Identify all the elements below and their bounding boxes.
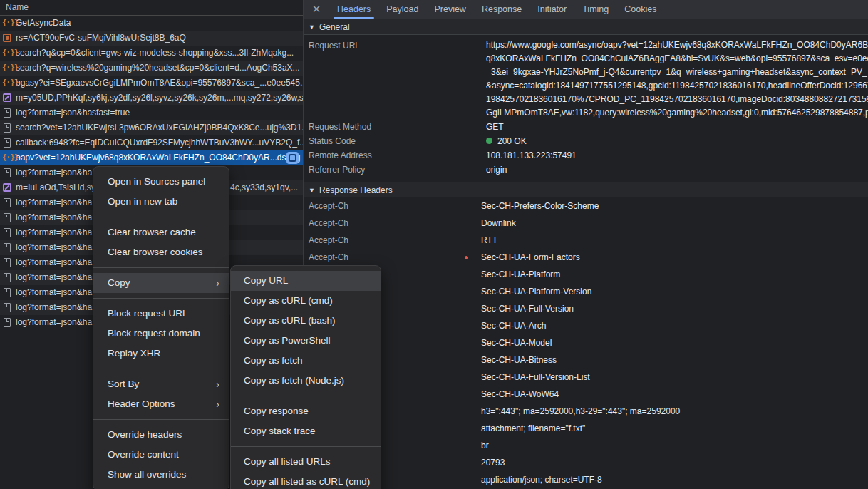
tab-cookies[interactable]: Cookies <box>616 0 664 19</box>
header-name: Accept-Ch <box>304 249 481 266</box>
header-value: Sec-CH-UA-Arch <box>481 317 546 334</box>
name-column-header[interactable]: Name <box>0 0 303 16</box>
doc-request-icon <box>4 108 11 118</box>
menu-item-header-options[interactable]: Header Options› <box>93 394 229 414</box>
network-request-row[interactable]: oapv?vet=12ahUKEwjv68q8xKORAxWaLFkFHZn_O… <box>0 150 303 165</box>
menu-item-copy[interactable]: Copy› <box>93 273 229 293</box>
devtools-network-panel: Name GetAsyncDatars=ACT90oFvC-suFMqiVihl… <box>0 0 868 489</box>
menu-separator <box>93 217 229 217</box>
tab-response[interactable]: Response <box>474 0 529 19</box>
field-value: 200 OK <box>486 134 527 148</box>
fetch-request-icon <box>2 153 19 162</box>
request-name: rs=ACT90oFvC-suFMqiVihl8wUrSejt8B_6aQ <box>16 33 186 43</box>
response-header-row: Sec-CH-UA-Bitness <box>304 351 868 369</box>
tab-initiator[interactable]: Initiator <box>529 0 574 19</box>
request-name-fragment: 4c,sy33d,sy1qv,... <box>230 180 298 195</box>
network-request-row[interactable]: search?vet=12ahUKEwjrsL3pw6ORAxUxEGIAHZj… <box>0 120 303 135</box>
menu-item-block-request-url[interactable]: Block request URL <box>93 304 229 324</box>
response-header-row: Sec-CH-UA-Platform-Version <box>304 283 868 300</box>
menu-item-copy-as-curl-bash[interactable]: Copy as cURL (bash) <box>231 311 381 331</box>
request-action-badge-icon[interactable] <box>286 152 299 164</box>
menu-item-copy-response[interactable]: Copy response <box>231 401 381 421</box>
request-name: log?format=json&ha <box>16 168 92 177</box>
response-header-row: Accept-ChRTT <box>304 232 868 249</box>
status-ok-dot-icon <box>486 138 492 144</box>
doc-request-icon <box>4 288 11 297</box>
network-request-row[interactable]: callback:6948?fc=EqIDCuICQUxrdF92SFMycjh… <box>0 135 303 150</box>
tab-headers[interactable]: Headers <box>329 0 378 19</box>
header-value: h3=":443"; ma=2592000,h3-29=":443"; ma=2… <box>481 403 680 420</box>
menu-item-open-in-new-tab[interactable]: Open in new tab <box>93 192 229 212</box>
request-url-line: GgiLMPmOmT8AE,vw:1182,query:wireless%20g… <box>486 106 868 120</box>
request-url-line: 1984257021836016170%7CPROD_PC_1198425702… <box>486 93 868 106</box>
close-icon[interactable]: ✕ <box>304 0 329 19</box>
header-value: Sec-CH-UA-Platform-Version <box>481 283 591 300</box>
menu-separator <box>93 369 229 369</box>
general-field-row: Request URLhttps://www.google.com/async/… <box>309 38 868 120</box>
response-header-row: Sec-CH-UA-Platform <box>304 266 868 283</box>
script-request-icon <box>3 183 11 192</box>
menu-item-copy-as-fetch-node-js[interactable]: Copy as fetch (Node.js) <box>231 371 381 391</box>
request-name: callback:6948?fc=EqIDCuICQUxrdF92SFMycjh… <box>16 138 303 148</box>
request-name: search?vet=12ahUKEwjrsL3pw6ORAxUxEGIAHZj… <box>16 123 303 133</box>
response-header-row: Sec-CH-UA-Arch <box>304 317 868 334</box>
network-request-row[interactable]: log?format=json&hasfast=true <box>0 105 303 120</box>
request-name: log?format=json&ha <box>16 317 92 327</box>
general-section-header[interactable]: ▼General <box>304 19 868 35</box>
disclosure-triangle-icon: ▼ <box>309 182 315 198</box>
menu-item-override-content[interactable]: Override content <box>93 445 229 465</box>
menu-item-clear-browser-cache[interactable]: Clear browser cache <box>93 222 229 242</box>
menu-item-block-request-domain[interactable]: Block request domain <box>93 324 229 344</box>
menu-item-open-in-sources-panel[interactable]: Open in Sources panel <box>93 172 229 192</box>
doc-request-icon <box>4 318 11 327</box>
response-headers-section-header[interactable]: ▼Response Headers <box>304 182 868 197</box>
menu-item-clear-browser-cookies[interactable]: Clear browser cookies <box>93 242 229 262</box>
field-label: Request Method <box>309 120 486 134</box>
menu-item-sort-by[interactable]: Sort By› <box>93 374 229 394</box>
menu-item-copy-as-fetch[interactable]: Copy as fetch <box>231 351 381 371</box>
chevron-right-icon: › <box>216 273 219 293</box>
network-request-row[interactable]: m=y05UD,PPhKqf,sy6kj,sy2df,sy26l,syvz,sy… <box>0 91 303 105</box>
header-value: Downlink <box>481 215 516 232</box>
request-name: log?format=json&ha <box>16 212 92 222</box>
request-name: log?format=json&ha <box>16 287 92 297</box>
response-header-row: Sec-CH-UA-WoW64 <box>304 386 868 403</box>
name-column-label: Name <box>6 2 29 12</box>
network-request-row[interactable]: bgasy?ei=SEgxaevsCrGgiLMPmOmT8AE&opi=955… <box>0 76 303 91</box>
response-header-row: Accept-ChSec-CH-Prefers-Color-Scheme <box>304 197 868 215</box>
network-request-row[interactable]: rs=ACT90oFvC-suFMqiVihl8wUrSejt8B_6aQ <box>0 31 303 46</box>
response-header-row: attachment; filename="f.txt" <box>304 420 868 437</box>
network-request-row[interactable]: search?q=wireless%20gaming%20headset&cp=… <box>0 61 303 76</box>
menu-item-copy-all-listed-urls[interactable]: Copy all listed URLs <box>231 452 381 472</box>
field-value: origin <box>486 163 507 177</box>
tab-timing[interactable]: Timing <box>574 0 616 19</box>
menu-item-copy-stack-trace[interactable]: Copy stack trace <box>231 421 381 441</box>
disclosure-triangle-icon: ▼ <box>309 19 315 35</box>
menu-separator <box>231 446 381 447</box>
request-name: bgasy?ei=SEgxaevsCrGgiLMPmOmT8AE&opi=955… <box>16 78 303 88</box>
menu-item-copy-url[interactable]: Copy URL <box>231 271 381 291</box>
general-field-row: Remote Address108.181.133.223:57491 <box>309 148 868 163</box>
network-request-row[interactable]: search?q&cp=0&client=gws-wiz-modeless-sh… <box>0 46 303 61</box>
menu-item-copy-as-powershell[interactable]: Copy as PowerShell <box>231 331 381 351</box>
field-label: Status Code <box>309 134 486 148</box>
tab-payload[interactable]: Payload <box>378 0 426 19</box>
field-value: https://www.google.com/async/oapv?vet=12… <box>486 38 868 120</box>
request-url-line: https://www.google.com/async/oapv?vet=12… <box>486 38 868 52</box>
doc-request-icon <box>4 258 11 267</box>
response-header-row: h3=":443"; ma=2592000,h3-29=":443"; ma=2… <box>304 403 868 420</box>
header-name: Accept-Ch <box>304 197 481 215</box>
menu-item-override-headers[interactable]: Override headers <box>93 425 229 445</box>
header-value: Sec-CH-UA-WoW64 <box>481 386 559 403</box>
header-value: attachment; filename="f.txt" <box>481 420 585 437</box>
doc-request-icon <box>4 168 11 177</box>
fetch-request-icon <box>2 63 19 72</box>
header-value: Sec-CH-UA-Full-Version <box>481 300 574 317</box>
menu-item-replay-xhr[interactable]: Replay XHR <box>93 344 229 364</box>
network-request-row[interactable]: GetAsyncData <box>0 16 303 31</box>
tab-preview[interactable]: Preview <box>426 0 473 19</box>
ping-request-icon <box>3 34 11 42</box>
menu-item-show-all-overrides[interactable]: Show all overrides <box>93 465 229 485</box>
menu-item-copy-all-listed-as-curl-cmd[interactable]: Copy all listed as cURL (cmd) <box>231 472 381 489</box>
menu-item-copy-as-curl-cmd[interactable]: Copy as cURL (cmd) <box>231 291 381 311</box>
